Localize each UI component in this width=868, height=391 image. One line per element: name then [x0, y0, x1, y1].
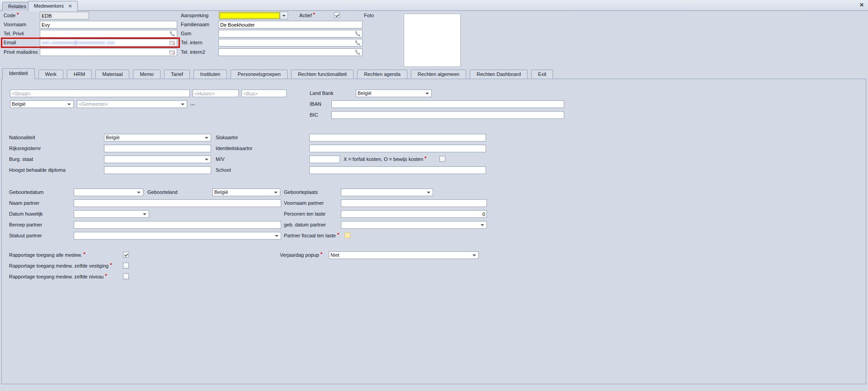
gemeente-dropdown[interactable]: <Gemeente>: [77, 100, 187, 108]
tab-hrm[interactable]: HRM: [67, 70, 92, 79]
land-bank-dropdown[interactable]: België: [356, 90, 432, 97]
aanspreking-dropdown[interactable]: [219, 12, 288, 19]
land-dropdown[interactable]: België: [10, 100, 74, 108]
tab-rechten-dashboard[interactable]: Rechten Dashboard: [470, 70, 528, 79]
straat-field[interactable]: [10, 90, 190, 97]
tab-exit[interactable]: Exit: [531, 70, 553, 79]
voornaam-label: Voornaam: [4, 21, 26, 28]
nationaliteit-dropdown[interactable]: België: [104, 134, 211, 141]
rapportage-vestiging-label: Rapportage toegang medew. zelfde vestigi…: [9, 262, 112, 270]
chevron-down-icon: [205, 159, 208, 160]
tab-relaties-label: Relaties: [8, 4, 26, 9]
tab-tarief[interactable]: Tarief: [164, 70, 190, 79]
phone-icon: [354, 40, 361, 46]
chevron-down-icon: [137, 192, 141, 193]
rapportage-niveau-checkbox[interactable]: [123, 273, 129, 279]
chevron-down-icon[interactable]: [280, 12, 288, 19]
email-value-blurred: xxx.xxxxxxxx@xxxxxxxxxx.xxx: [42, 40, 115, 45]
photo-placeholder[interactable]: [404, 14, 461, 67]
document-tab-bar: Relaties Medewerkers✕ ✕: [0, 0, 868, 11]
geb-datum-partner-dropdown[interactable]: [341, 221, 487, 229]
tab-medewerkers[interactable]: Medewerkers✕: [28, 1, 78, 11]
diploma-field[interactable]: [104, 166, 211, 174]
tel-intern-field[interactable]: [218, 39, 363, 47]
tel-prive-field[interactable]: [40, 30, 177, 38]
rapportage-vestiging-required-mark: *: [110, 262, 112, 268]
beroep-partner-field[interactable]: [74, 221, 281, 229]
tab-materiaal[interactable]: Materiaal: [95, 70, 129, 79]
kosten-checkbox[interactable]: [439, 156, 445, 162]
aanspreking-label: Aanspreking: [181, 12, 208, 19]
prive-mailadres-field[interactable]: [40, 48, 177, 56]
tab-instituten[interactable]: Instituten: [193, 70, 227, 79]
tab-rechten-agenda[interactable]: Rechten agenda: [357, 70, 407, 79]
actief-label: Actief*: [299, 12, 315, 19]
iban-field[interactable]: [331, 100, 564, 108]
statuut-partner-dropdown[interactable]: [74, 232, 281, 240]
familienaam-field[interactable]: [218, 21, 363, 28]
geboorteland-label: Geboorteland: [147, 188, 178, 196]
partner-fiscaal-checkbox[interactable]: [344, 232, 350, 238]
tel-prive-label: Tel. Privé: [4, 30, 24, 38]
school-label: School: [216, 166, 231, 174]
kosten-label: X = forfait kosten, O = bewijs kosten*: [344, 155, 426, 163]
voornaam-field[interactable]: [40, 21, 177, 28]
tel-intern2-label: Tel. intern2: [181, 48, 205, 56]
partner-fiscaal-required-mark: *: [337, 232, 339, 237]
rijksregisternr-label: Rijksregisternr: [9, 145, 41, 152]
school-field[interactable]: [309, 166, 486, 174]
burg-staat-dropdown[interactable]: [104, 155, 211, 163]
rapportage-alle-label: Rapportage toegang alle medew.*: [9, 251, 85, 259]
tab-close-icon[interactable]: ✕: [68, 4, 72, 9]
tab-personeelsgroepen[interactable]: Personeelsgroepen: [231, 70, 287, 79]
tab-relaties[interactable]: Relaties: [2, 2, 32, 11]
identiteitskaartnr-field[interactable]: [309, 145, 486, 152]
geboorteplaats-dropdown[interactable]: [341, 188, 433, 196]
rapportage-vestiging-checkbox[interactable]: [123, 263, 129, 269]
familienaam-label: Familienaam: [181, 21, 209, 28]
tab-rechten-functionaliteit[interactable]: Rechten functionaliteit: [291, 70, 354, 79]
geboortedatum-label: Geboortedatum: [9, 188, 43, 196]
tab-medewerkers-label: Medewerkers: [34, 3, 64, 9]
bic-field[interactable]: [331, 111, 564, 119]
actief-checkbox[interactable]: [334, 12, 340, 18]
phone-icon: [169, 31, 175, 37]
email-field[interactable]: xxx.xxxxxxxx@xxxxxxxxxx.xxx: [40, 39, 177, 47]
personen-ten-laste-field[interactable]: [341, 210, 487, 218]
gsm-field[interactable]: [218, 30, 363, 38]
geboortedatum-dropdown[interactable]: [74, 188, 143, 196]
chevron-down-icon: [181, 104, 184, 105]
tab-identiteit[interactable]: Identiteit: [2, 68, 35, 79]
mail-icon: [169, 40, 175, 46]
siskaartnr-field[interactable]: [309, 134, 486, 141]
close-icon[interactable]: ✕: [859, 2, 864, 8]
geboorteplaats-label: Geboorteplaats: [284, 188, 318, 196]
datum-huwelijk-dropdown[interactable]: [74, 210, 149, 218]
tab-werk[interactable]: Werk: [38, 70, 63, 79]
gemeente-more-button[interactable]: …: [189, 100, 196, 108]
rijksregisternr-field[interactable]: [104, 145, 211, 152]
prive-mailadres-label: Privé mailadres: [4, 48, 38, 56]
email-label: Email: [4, 39, 16, 47]
voornaam-partner-field[interactable]: [341, 199, 487, 207]
nationaliteit-value: België: [106, 135, 120, 140]
rapportage-alle-checkbox[interactable]: [123, 252, 129, 258]
verjaardag-dropdown[interactable]: Niet: [329, 251, 479, 259]
tab-rechten-algemeen[interactable]: Rechten algemeen: [411, 70, 466, 79]
mv-field[interactable]: [309, 155, 340, 163]
chevron-down-icon: [472, 254, 476, 256]
huisnr-field[interactable]: [193, 90, 239, 97]
naam-partner-field[interactable]: [74, 199, 281, 207]
nationaliteit-label: Nationaliteit: [9, 134, 35, 141]
tel-intern2-field[interactable]: [218, 48, 363, 56]
code-field[interactable]: [40, 12, 89, 19]
actief-required-mark: *: [313, 12, 315, 17]
geboorteland-dropdown[interactable]: België: [212, 188, 280, 196]
geboorteland-value: België: [214, 189, 228, 195]
tab-memo[interactable]: Memo: [133, 70, 160, 79]
chevron-down-icon: [275, 235, 278, 237]
chevron-down-icon: [67, 104, 71, 105]
bus-field[interactable]: [241, 90, 287, 97]
gemeente-placeholder: <Gemeente>: [79, 101, 108, 107]
personen-ten-laste-label: Personen ten laste: [284, 210, 326, 218]
